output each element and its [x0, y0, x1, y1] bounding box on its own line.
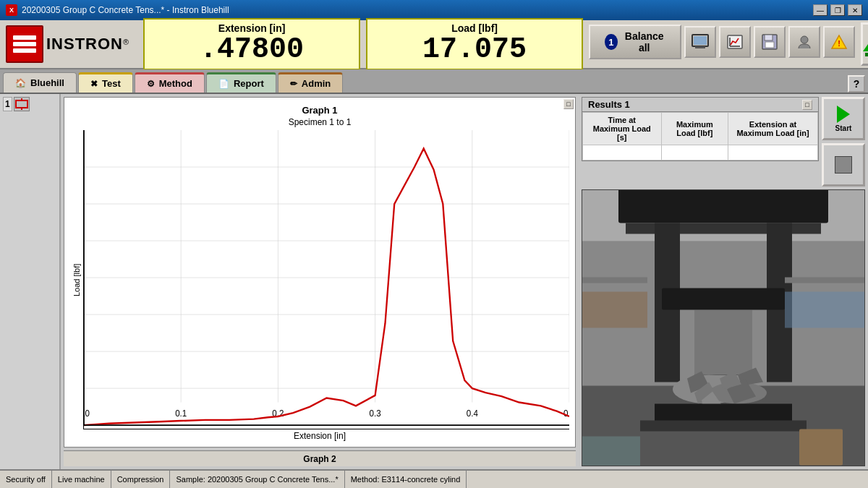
close-button[interactable]: ✕ — [848, 4, 862, 16]
minimize-button[interactable]: — — [813, 4, 827, 16]
logo-name: INSTRON — [46, 35, 123, 53]
svg-rect-71 — [582, 292, 647, 328]
measurements-area: Extension [in] .47800 Load [lbf] 17.075 — [143, 18, 583, 70]
graph1-subtitle: Specimen 1 to 1 — [70, 117, 569, 127]
svg-rect-66 — [655, 404, 792, 422]
load-value: 17.075 — [382, 34, 567, 66]
camera-photo-area — [582, 189, 865, 466]
toolbar-icon-user[interactable] — [788, 26, 820, 58]
toolbar-icon-screen[interactable] — [684, 26, 716, 58]
svg-rect-1 — [13, 35, 36, 40]
status-mode[interactable]: Compression — [111, 471, 171, 488]
results-empty-row — [583, 145, 818, 160]
upload-button[interactable] — [861, 22, 868, 66]
svg-rect-2 — [13, 42, 36, 46]
title-bar-controls[interactable]: — ❐ ✕ — [813, 4, 862, 16]
extension-value: .47800 — [159, 34, 344, 66]
status-machine[interactable]: Live machine — [52, 471, 111, 488]
instron-logo: INSTRON® — [6, 25, 129, 63]
start-label: Start — [835, 124, 852, 132]
graph1-svg: 80000 70000 60000 50000 40000 30000 2000… — [84, 130, 569, 429]
title-bar-left: X 20200305 Group C Concrete Tens...* - I… — [6, 4, 229, 16]
nav-tabs: 🏠 Bluehill ✖ Test ⚙ Method 📄 Report ✏ Ad… — [0, 69, 868, 94]
svg-rect-51 — [618, 190, 828, 223]
svg-rect-16 — [16, 100, 27, 108]
balance-all-button[interactable]: 1 Balance all — [589, 25, 681, 59]
test-tab-label: Test — [102, 78, 121, 89]
results-expand-button[interactable]: □ — [802, 100, 812, 110]
results-panel: Results 1 □ Time at Maximum Load [s] Max… — [582, 97, 819, 161]
svg-rect-12 — [765, 42, 774, 48]
svg-rect-3 — [13, 48, 36, 53]
balance-number: 1 — [605, 34, 618, 50]
save-icon — [761, 34, 778, 50]
tab-report[interactable]: 📄 Report — [206, 72, 276, 93]
svg-text:0.1: 0.1 — [175, 408, 187, 419]
svg-rect-69 — [785, 292, 864, 328]
right-toolbar: 1 Balance all — [589, 25, 855, 64]
admin-icon: ✏ — [290, 79, 297, 89]
results-controls-row: Results 1 □ Time at Maximum Load [s] Max… — [582, 97, 865, 187]
start-button[interactable]: Start — [822, 97, 865, 140]
status-method: Method: E3114-concrete cylind — [345, 471, 467, 488]
stop-button[interactable] — [822, 143, 865, 187]
specimen-icon — [14, 98, 29, 110]
screen-icon — [692, 34, 709, 50]
specimen-number[interactable]: 1 — [3, 97, 12, 111]
results-col-extension: Extension at Maximum Load [in] — [728, 113, 818, 145]
report-icon: 📄 — [218, 79, 229, 89]
start-stop-controls: Start — [822, 97, 865, 187]
admin-tab-label: Admin — [302, 78, 331, 89]
results-title: Results 1 — [588, 99, 630, 110]
svg-rect-11 — [765, 35, 773, 40]
method-icon: ⚙ — [147, 79, 155, 89]
status-security[interactable]: Security off — [0, 471, 52, 488]
svg-point-13 — [801, 36, 808, 43]
svg-rect-68 — [785, 278, 864, 283]
graph2-title: Graph 2 — [303, 454, 336, 464]
graph1-plot: 80000 70000 60000 50000 40000 30000 2000… — [83, 130, 569, 429]
balance-label: Balance all — [624, 30, 665, 53]
extension-display: Extension [in] .47800 — [143, 18, 360, 70]
main-content: Graph 1 Specimen 1 to 1 □ Load [lbf] — [61, 94, 579, 469]
svg-rect-70 — [582, 278, 647, 283]
graph1-plot-area: Load [lbf] — [70, 130, 569, 429]
logo-box — [6, 25, 43, 63]
toolbar-icon-warning[interactable]: ! — [823, 26, 855, 58]
user-icon — [796, 34, 813, 50]
toolbar-top-row: 1 Balance all — [589, 25, 855, 59]
results-header: Results 1 □ — [582, 98, 818, 112]
report-tab-label: Report — [234, 78, 264, 89]
svg-rect-73 — [582, 437, 640, 466]
results-col-time: Time at Maximum Load [s] — [583, 113, 662, 145]
logo-svg — [10, 30, 39, 59]
right-panel: Results 1 □ Time at Maximum Load [s] Max… — [579, 94, 868, 469]
tab-bluehill[interactable]: 🏠 Bluehill — [3, 72, 77, 93]
help-button[interactable]: ? — [848, 75, 865, 93]
svg-text:0.4: 0.4 — [467, 408, 478, 419]
svg-rect-5 — [695, 46, 705, 48]
graph-icon — [726, 34, 744, 50]
tab-admin[interactable]: ✏ Admin — [278, 72, 343, 93]
graph1-expand-button[interactable]: □ — [563, 99, 574, 109]
left-sidebar: 1 — [0, 94, 61, 469]
toolbar-icon-save[interactable] — [754, 26, 786, 58]
stop-icon — [835, 156, 852, 174]
toolbar-icon-graph[interactable] — [719, 26, 751, 58]
main-toolbar: INSTRON® Extension [in] .47800 Load [lbf… — [0, 20, 868, 69]
title-bar: X 20200305 Group C Concrete Tens...* - I… — [0, 0, 868, 20]
graph2-bar[interactable]: Graph 2 — [64, 450, 576, 466]
svg-text:0.0: 0.0 — [84, 408, 90, 419]
specimen-row: 1 — [3, 97, 56, 111]
results-col-load: Maximum Load [lbf] — [661, 113, 728, 145]
load-display: Load [lbf] 17.075 — [366, 18, 583, 70]
logo-registered: ® — [123, 38, 129, 46]
specimen-indicator — [14, 97, 30, 111]
tab-method[interactable]: ⚙ Method — [135, 72, 205, 93]
restore-button[interactable]: ❐ — [830, 4, 845, 16]
bluehill-tab-label: Bluehill — [30, 77, 64, 88]
svg-text:0.3: 0.3 — [370, 408, 381, 419]
svg-rect-55 — [662, 288, 785, 310]
tab-test[interactable]: ✖ Test — [78, 72, 133, 93]
test-icon: ✖ — [90, 79, 98, 89]
